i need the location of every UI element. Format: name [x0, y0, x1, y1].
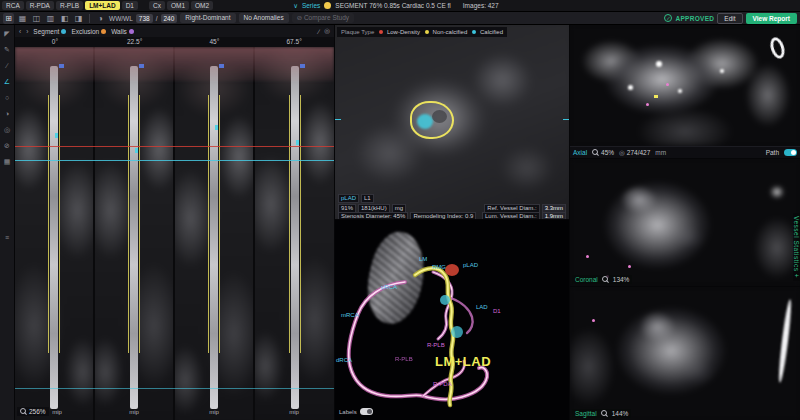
axial-view-label[interactable]: Axial	[573, 149, 587, 156]
tree-label-drca[interactable]: dRCA	[336, 357, 352, 363]
series-info-cluster: ∨ Series SEGMENT 76% 0.85s Cardiac 0.5 C…	[293, 2, 498, 10]
reference-line-red[interactable]	[15, 146, 334, 147]
sagittal-view-panel[interactable]: Sagittal 144%	[570, 287, 800, 420]
view-report-button[interactable]: View Report	[746, 13, 797, 24]
sagittal-view-label[interactable]: Sagittal	[575, 410, 597, 417]
coronal-view-label[interactable]: Coronal	[575, 276, 598, 283]
mpr-edit-icon[interactable]: ∕	[318, 28, 319, 35]
vessel-button-lmlad-selected[interactable]: LM+LAD	[85, 1, 120, 10]
calcified-plaque-blob	[417, 114, 433, 129]
labels-toggle[interactable]: Labels	[339, 408, 373, 415]
slice-line-tick	[563, 119, 569, 120]
cross-section-line-cyan[interactable]	[15, 160, 334, 161]
pointer-tool-icon[interactable]: ◤	[4, 30, 9, 38]
mpr-strip-45deg[interactable]	[175, 47, 253, 420]
layout-grid-icon[interactable]: ⊞	[3, 13, 14, 24]
window-width-field[interactable]: 738	[136, 14, 153, 23]
mpr-prev-icon[interactable]: ‹	[19, 28, 21, 35]
tree-label-rmg[interactable]: RMG	[432, 264, 446, 270]
tree-label-plad[interactable]: pLAD	[463, 262, 478, 268]
tab-segment[interactable]: Segment	[33, 28, 66, 35]
plaque-cross-section-panel[interactable]: Plaque Type Low-Density Non-calcified Ca…	[335, 25, 569, 219]
mpr-image-area[interactable]: 256% mip mip mip mip	[15, 47, 334, 420]
pericardium-overlay	[15, 47, 334, 81]
mpr-strip-22deg[interactable]	[95, 47, 173, 420]
path-toggle-label: Path	[766, 149, 779, 156]
tree-label-lad[interactable]: LAD	[476, 304, 488, 310]
lesion-tag[interactable]: L1	[361, 194, 374, 203]
wwwl-label: WW/WL	[109, 15, 133, 22]
axial-zoom: 45%	[592, 149, 614, 156]
tree-label-rpda[interactable]: R-PDA	[433, 381, 452, 387]
labels-toggle-switch[interactable]	[360, 408, 373, 415]
angle-label-45: 45°	[175, 37, 255, 47]
vessel-button-rpda[interactable]: R-PDA	[26, 1, 54, 10]
layout-left-icon[interactable]: ◧	[59, 13, 70, 24]
angle-tool-icon[interactable]: ∠	[4, 78, 10, 86]
legend-calcified[interactable]: Calcified	[472, 29, 503, 35]
vessel-wall-contour[interactable]	[410, 101, 454, 139]
tree-label-lm[interactable]: LM	[419, 256, 427, 262]
anomalies-button[interactable]: No Anomalies	[239, 13, 289, 23]
low-density-dot-icon	[379, 30, 383, 34]
edit-button[interactable]: Edit	[717, 13, 742, 24]
vessel-button-om2[interactable]: OM2	[191, 1, 213, 10]
series-chevron-icon[interactable]: ∨	[293, 2, 298, 10]
annotate-tool-icon[interactable]: ✎	[4, 46, 10, 54]
coronal-status-tag: Coronal 134%	[572, 275, 632, 284]
path-toggle-switch[interactable]	[784, 149, 797, 156]
window-tool-icon[interactable]: ◑	[5, 110, 9, 118]
tree-label-prca[interactable]: pRCA	[381, 284, 397, 290]
series-label[interactable]: Series	[302, 2, 320, 9]
tree-label-d1[interactable]: D1	[493, 308, 501, 314]
target-tool-icon[interactable]: ◎	[4, 126, 10, 134]
tab-exclusion[interactable]: Exclusion	[71, 28, 106, 35]
legend-low-density[interactable]: Low-Density	[379, 29, 420, 35]
legend-non-calcified[interactable]: Non-calcified	[425, 29, 467, 35]
tree-label-mrca[interactable]: mRCA	[341, 312, 359, 318]
vessel-button-rplb[interactable]: R-PLB	[56, 1, 83, 10]
layout-2x2-icon[interactable]: ▦	[17, 13, 28, 24]
vessel-statistics-tab[interactable]: Vessel Statistics +	[793, 213, 800, 281]
mpr-strip-67deg[interactable]	[255, 47, 334, 420]
segment-dot-icon	[61, 29, 66, 34]
lum-vessel-stat: Lum. Vessel Diam.: 1.9mm	[482, 212, 566, 219]
axial-view-panel[interactable]: Axial 45% ◎ 274/427 mm Path	[570, 25, 800, 158]
compare-study-button[interactable]: ⊘ Compare Study	[292, 13, 354, 23]
vessel-button-cx[interactable]: Cx	[149, 1, 165, 10]
zoom-icon	[601, 410, 608, 417]
mpr-strip-0deg[interactable]	[15, 47, 93, 420]
vessel-button-rca[interactable]: RCA	[2, 1, 24, 10]
layout-rows-icon[interactable]: ▥	[45, 13, 56, 24]
ellipse-roi-tool-icon[interactable]: ○	[5, 94, 9, 102]
menu-tool-icon[interactable]: ≡	[5, 234, 9, 242]
distal-line-cyan[interactable]	[15, 388, 334, 389]
vessel-button-om1[interactable]: OM1	[167, 1, 189, 10]
tab-walls[interactable]: Walls	[111, 28, 134, 35]
vessel-marker-dot	[592, 319, 595, 322]
mpr-target-icon[interactable]: ◎	[324, 27, 330, 35]
dominance-button[interactable]: Right-Dominant	[180, 13, 235, 23]
sagittal-zoom-level: 144%	[612, 410, 629, 417]
mpr-zoom-level: 256%	[29, 408, 46, 415]
labels-toggle-label: Labels	[339, 409, 357, 415]
tracked-vessel-marker	[654, 95, 658, 98]
contrast-icon[interactable]: ◑	[95, 13, 106, 24]
window-level-field[interactable]: 240	[161, 14, 178, 23]
vessel-button-d1[interactable]: D1	[122, 1, 138, 10]
grid-tool-icon[interactable]: ▦	[4, 158, 11, 166]
mpr-next-icon[interactable]: ›	[26, 28, 28, 35]
vessel-tag[interactable]: pLAD	[338, 194, 359, 203]
layout-right-icon[interactable]: ◨	[73, 13, 84, 24]
coronal-view-panel[interactable]: Coronal 134%	[570, 159, 800, 286]
ruler-tool-icon[interactable]: ∕	[6, 62, 7, 70]
tree-label-rplb[interactable]: R-PLB	[427, 342, 445, 348]
layout-split-icon[interactable]: ◫	[31, 13, 42, 24]
wall-contour-line	[208, 95, 209, 352]
exclude-tool-icon[interactable]: ⊘	[4, 142, 10, 150]
walls-dot-icon	[129, 29, 134, 34]
series-color-dot-icon	[324, 2, 331, 9]
vessel-lumen-strip	[210, 66, 218, 409]
tree-label-rplb-2[interactable]: R-PLB	[395, 356, 413, 362]
coronary-tree-panel[interactable]: LM RMG pLAD LAD D1 pRCA mRCA dRCA R-PLB …	[335, 220, 569, 420]
